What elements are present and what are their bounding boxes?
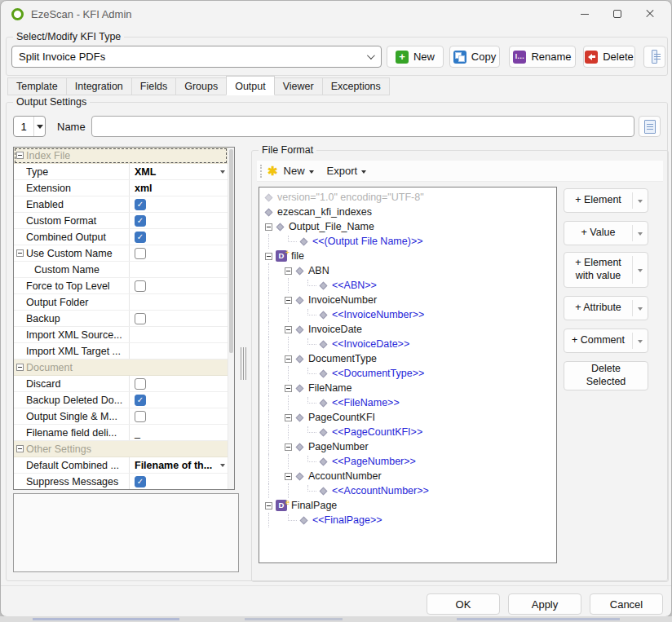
tree-node[interactable]: DeFinalPage (259, 498, 556, 513)
tree-node[interactable]: <<InvoiceNumber>> (259, 307, 556, 322)
checkbox-unchecked[interactable] (135, 411, 146, 422)
grid-property-row[interactable]: Filename field deli..._ (14, 425, 228, 441)
grid-property-value[interactable] (129, 311, 228, 326)
output-index-dropdown[interactable]: 1 (13, 116, 46, 137)
add-value-button[interactable]: + Value (564, 221, 648, 245)
collapse-icon[interactable] (16, 152, 24, 159)
dropdown-arrow-icon[interactable] (633, 267, 648, 272)
grid-property-value[interactable] (129, 196, 228, 212)
delete-selected-button[interactable]: DeleteSelected (564, 361, 648, 390)
grid-property-row[interactable]: Output Folder (14, 294, 228, 311)
grid-property-value[interactable]: xml (129, 180, 228, 196)
grid-property-row[interactable]: TypeXML (14, 164, 228, 180)
close-button[interactable] (634, 1, 666, 27)
kfi-type-combobox[interactable]: Split Invoice PDFs (11, 46, 382, 68)
collapse-icon[interactable] (285, 267, 292, 275)
checkbox-unchecked[interactable] (135, 248, 146, 259)
tree-node[interactable]: <<DocumentType>> (259, 366, 556, 381)
dropdown-arrow-icon[interactable] (220, 170, 225, 174)
grid-property-value[interactable]: Filename of th... (129, 457, 228, 473)
tab-viewer[interactable]: Viewer (275, 77, 323, 95)
tree-node[interactable]: <<FileName>> (259, 395, 556, 410)
grid-category-row[interactable]: Other Settings (14, 441, 228, 457)
grid-property-row[interactable]: Suppress Messages (14, 474, 228, 490)
maximize-button[interactable] (601, 1, 634, 27)
grid-property-row[interactable]: Custom Format (14, 213, 228, 229)
checkbox-checked[interactable] (135, 395, 146, 406)
tree-node[interactable]: <<PageCountKFI>> (259, 425, 556, 439)
tree-node[interactable]: InvoiceNumber (259, 293, 556, 307)
rename-kfi-button[interactable]: Rename (509, 46, 576, 68)
tree-node[interactable]: ezescan_kfi_indexes (259, 205, 556, 219)
add-attribute-button[interactable]: + Attribute (564, 296, 648, 320)
collapse-icon[interactable] (16, 445, 24, 452)
kfi-notes-button[interactable] (643, 46, 665, 68)
tree-node[interactable]: AccountNumber (259, 469, 556, 483)
tree-node[interactable]: D+file (259, 249, 556, 263)
tree-node[interactable]: InvoiceDate (259, 322, 556, 337)
dropdown-arrow-icon[interactable] (220, 464, 225, 467)
name-notes-button[interactable] (639, 116, 661, 137)
grid-property-row[interactable]: Import XML Source... (14, 327, 228, 343)
grid-property-value[interactable] (129, 245, 228, 261)
grid-property-value[interactable] (129, 229, 228, 245)
grid-property-row[interactable]: Use Custom Name (14, 245, 228, 262)
copy-kfi-button[interactable]: Copy (449, 46, 500, 68)
tree-node[interactable]: <<InvoiceDate>> (259, 337, 556, 351)
tree-node[interactable]: <<AccountNumber>> (259, 483, 556, 498)
tree-node[interactable]: Output_File_Name (259, 219, 556, 234)
tree-node[interactable]: PageCountKFI (259, 410, 556, 425)
grid-property-row[interactable]: Import XML Target ... (14, 343, 228, 360)
grid-property-row[interactable]: Backup (14, 311, 228, 327)
dropdown-arrow-icon[interactable] (633, 231, 648, 236)
grid-property-row[interactable]: Force to Top Level (14, 278, 228, 294)
collapse-icon[interactable] (285, 443, 292, 451)
grid-property-value[interactable] (129, 262, 228, 277)
checkbox-checked[interactable] (135, 476, 146, 487)
grid-property-value[interactable] (129, 294, 228, 310)
tab-integration[interactable]: Integration (67, 77, 132, 95)
grid-property-row[interactable]: Custom Name (14, 262, 228, 278)
grid-property-value[interactable] (129, 278, 228, 293)
grid-property-row[interactable]: Extensionxml (14, 180, 228, 196)
tab-exceptions[interactable]: Exceptions (323, 77, 390, 95)
grid-property-value[interactable] (129, 343, 228, 359)
grid-property-value[interactable] (129, 474, 228, 489)
name-input[interactable] (91, 116, 634, 137)
grid-property-value[interactable] (129, 327, 228, 342)
tree-node[interactable]: version="1.0" encoding="UTF-8" (259, 190, 556, 205)
tree-node[interactable]: <<ABN>> (259, 278, 556, 293)
cancel-button[interactable]: Cancel (590, 593, 663, 615)
tab-output[interactable]: Output (226, 76, 275, 95)
collapse-icon[interactable] (285, 473, 292, 480)
tree-node[interactable]: <<FinalPage>> (259, 513, 556, 527)
add-element-with-value-button[interactable]: + Elementwith value (564, 252, 648, 288)
checkbox-unchecked[interactable] (135, 280, 146, 292)
collapse-icon[interactable] (285, 385, 292, 392)
checkbox-checked[interactable] (135, 232, 146, 243)
tree-node[interactable]: ABN (259, 263, 556, 278)
grid-property-row[interactable]: Combined Output (14, 229, 228, 245)
tree-node[interactable]: FileName (259, 381, 556, 395)
grid-property-row[interactable]: Enabled (14, 196, 228, 213)
tree-node[interactable]: <<PageNumber>> (259, 454, 556, 469)
collapse-icon[interactable] (16, 364, 24, 371)
collapse-icon[interactable] (16, 249, 24, 257)
apply-button[interactable]: Apply (508, 593, 581, 615)
checkbox-checked[interactable] (135, 215, 146, 227)
collapse-icon[interactable] (285, 414, 292, 421)
collapse-icon[interactable] (285, 326, 292, 333)
new-kfi-button[interactable]: New (387, 46, 444, 68)
collapse-icon[interactable] (285, 297, 292, 304)
dropdown-arrow-icon[interactable] (633, 198, 648, 203)
tab-template[interactable]: Template (7, 77, 67, 95)
grid-property-row[interactable]: Discard (14, 376, 228, 392)
checkbox-unchecked[interactable] (135, 313, 146, 324)
delete-kfi-button[interactable]: Delete (583, 46, 635, 68)
dropdown-arrow-icon[interactable] (633, 306, 648, 311)
grid-property-value[interactable]: _ (129, 425, 228, 440)
tab-fields[interactable]: Fields (132, 77, 176, 95)
tab-groups[interactable]: Groups (176, 77, 227, 95)
grid-property-value[interactable] (129, 392, 228, 408)
dropdown-arrow-icon[interactable] (633, 338, 648, 343)
